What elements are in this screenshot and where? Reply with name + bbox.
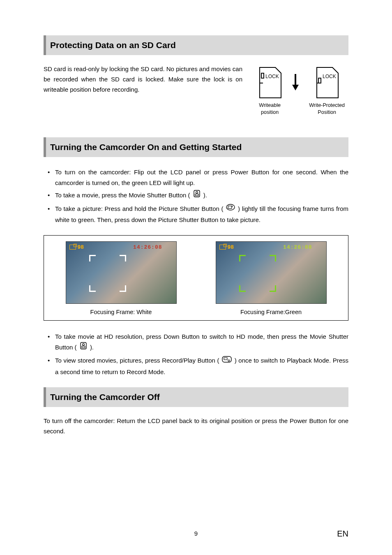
osd-time: 14:26:08	[133, 244, 162, 250]
svg-point-17	[228, 360, 230, 361]
sd-card-writeable-icon: LOCK	[257, 67, 283, 99]
figure-green-col: 98 14:26:08 Focusing Frame:Green	[202, 241, 340, 315]
page-language: EN	[337, 529, 348, 539]
bullet-text: To take movie at HD resolution, press Do…	[55, 333, 348, 351]
page-number: 9	[0, 530, 392, 537]
writeable-caption: Writeable position	[254, 102, 286, 116]
svg-rect-16	[224, 358, 227, 360]
svg-point-11	[232, 206, 233, 207]
svg-rect-4	[318, 78, 321, 83]
lock-label: LOCK	[265, 74, 279, 79]
svg-point-13	[82, 344, 84, 346]
section1-row: SD card is read-only by locking the SD c…	[44, 64, 348, 116]
protected-caption: Write-Protected Position	[305, 102, 348, 116]
movie-shutter-icon	[79, 342, 88, 353]
figure-white-col: 98 14:26:08 Focusing Frame: White	[52, 241, 190, 315]
sd-lock-diagram: LOCK Writeable position LOCK Write-Prote…	[254, 64, 348, 116]
section-heading-protect: Protecting Data on an SD Card	[44, 35, 348, 55]
svg-rect-14	[82, 346, 85, 348]
section-heading-turnoff: Turning the Camcorder Off	[44, 387, 348, 407]
svg-rect-10	[228, 206, 232, 208]
focus-frame-green-icon	[239, 255, 276, 292]
bullet-playback: To view stored movies, pictures, press R…	[44, 355, 348, 377]
movie-shutter-icon	[193, 190, 201, 201]
bullet-text: To take a movie, press the Movie Shutter…	[55, 192, 190, 199]
svg-rect-0	[261, 73, 264, 78]
osd-count: 98	[219, 244, 234, 250]
lcd-preview-white: 98 14:26:08	[66, 241, 177, 304]
caption-green: Focusing Frame:Green	[240, 309, 302, 315]
caption-white: Focusing Frame: White	[90, 309, 152, 315]
bullet-text: To view stored movies, pictures, press R…	[55, 357, 219, 364]
osd-count: 98	[69, 244, 84, 250]
sd-card-protected-icon: LOCK	[314, 67, 340, 99]
focus-frame-white-icon	[89, 255, 126, 292]
picture-shutter-icon	[226, 203, 235, 214]
osd-time: 14:26:08	[283, 244, 312, 250]
bullet-tail: ).	[203, 192, 207, 199]
bullet-tail: ).	[90, 344, 94, 351]
section3-body: To turn off the camcorder: Return the LC…	[44, 416, 348, 437]
lcd-preview-green: 98 14:26:08	[216, 241, 327, 304]
focusing-frame-figure: 98 14:26:08 Focusing Frame: White 98 14:…	[44, 235, 348, 321]
lock-label: LOCK	[323, 74, 336, 79]
bullets-group-a: To turn on the camcorder: Flip out the L…	[44, 167, 348, 225]
bullet-take-movie: To take a movie, press the Movie Shutter…	[44, 190, 348, 201]
svg-rect-15	[222, 356, 231, 362]
sd-writeable-col: LOCK Writeable position	[254, 67, 286, 116]
bullet-hd-movie: To take movie at HD resolution, press Do…	[44, 331, 348, 354]
section-heading-turnon: Turning the Camcorder On and Getting Sta…	[44, 137, 348, 157]
svg-marker-3	[292, 85, 299, 90]
arrow-down-icon	[291, 72, 300, 92]
bullets-group-b: To take movie at HD resolution, press Do…	[44, 331, 348, 377]
svg-point-7	[196, 192, 198, 194]
svg-point-9	[226, 204, 235, 210]
svg-rect-8	[195, 194, 198, 196]
bullet-turn-on: To turn on the camcorder: Flip out the L…	[44, 167, 348, 189]
sd-protected-col: LOCK Write-Protected Position	[305, 67, 348, 116]
bullet-take-picture: To take a picture: Press and hold the Pi…	[44, 204, 348, 225]
bullet-text: To take a picture: Press and hold the Pi…	[55, 205, 224, 212]
section1-intro: SD card is read-only by locking the SD c…	[44, 64, 242, 116]
record-play-icon	[222, 355, 232, 366]
